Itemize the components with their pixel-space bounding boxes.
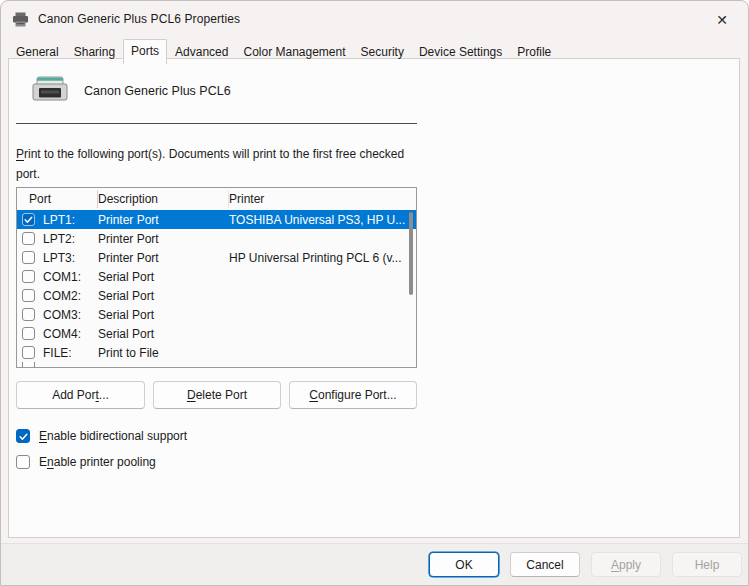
title-bar: Canon Generic Plus PCL6 Properties ✕ [1,1,748,37]
port-checkbox[interactable] [22,346,35,359]
separator-line [16,123,417,124]
checkbox-label: Enable bidirectional support [39,429,187,443]
port-list: Port Description Printer LPT1: Printer P… [16,187,417,368]
port-list-header: Port Description Printer [17,188,416,210]
description-cell: Serial Port [98,270,229,284]
printer-cell: TOSHIBA Universal PS3, HP U... [229,213,416,227]
tab-device-settings[interactable]: Device Settings [412,41,509,63]
column-header-description: Description [98,190,229,208]
port-row[interactable]: COM1: Serial Port [17,267,416,286]
tab-profile[interactable]: Profile [510,41,558,63]
port-row[interactable]: LPT2: Printer Port [17,229,416,248]
description-cell: Printer Port [98,213,229,227]
port-row[interactable]: FILE: Print to File [17,343,416,362]
port-checkbox[interactable] [22,270,35,283]
port-cell: LPT1: [43,213,75,227]
port-cell: COM4: [43,327,81,341]
tab-general[interactable]: General [9,41,66,63]
enable-printer-pooling-checkbox[interactable]: Enable printer pooling [16,455,156,469]
ports-tab-page: Canon Generic Plus PCL6 Print to the fol… [8,58,740,538]
column-header-printer: Printer [229,190,416,208]
port-cell: COM3: [43,308,81,322]
tab-ports[interactable]: Ports [123,39,167,64]
port-checkbox[interactable] [22,308,35,321]
window-title: Canon Generic Plus PCL6 Properties [38,12,240,26]
port-row[interactable]: LPT1: Printer Port TOSHIBA Universal PS3… [17,210,416,229]
help-button: Help [672,552,742,577]
port-checkbox[interactable] [22,232,35,245]
tab-color-management[interactable]: Color Management [236,41,352,63]
description-cell: Serial Port [98,308,229,322]
port-checkbox[interactable] [22,362,35,368]
tab-sharing[interactable]: Sharing [67,41,122,63]
scrollbar-thumb[interactable] [409,212,413,295]
checkbox-icon [16,455,30,469]
printer-name: Canon Generic Plus PCL6 [84,84,231,98]
configure-port-button[interactable]: Configure Port... [289,381,417,409]
description-cell: Printer Port [98,251,229,265]
port-cell: FILE: [43,346,72,360]
port-row[interactable]: COM3: Serial Port [17,305,416,324]
description-cell: Serial Port [98,289,229,303]
printer-properties-dialog: Canon Generic Plus PCL6 Properties ✕ Gen… [0,0,749,586]
ports-instruction: Print to the following port(s). Document… [16,144,408,184]
port-cell: LPT3: [43,251,75,265]
description-cell: Serial Port [98,327,229,341]
close-icon: ✕ [716,12,728,28]
port-checkbox[interactable] [22,289,35,302]
apply-button: Apply [591,552,661,577]
port-cell: COM2: [43,289,81,303]
port-checkbox[interactable] [22,327,35,340]
close-button[interactable]: ✕ [708,9,736,31]
port-row-partial[interactable] [17,362,416,368]
checkbox-label: Enable printer pooling [39,455,156,469]
footer-bar: OK Cancel Apply Help [1,543,748,585]
port-checkbox[interactable] [22,251,35,264]
printer-icon [12,12,29,27]
column-header-port: Port [17,190,98,208]
tab-security[interactable]: Security [354,41,411,63]
port-row[interactable]: COM4: Serial Port [17,324,416,343]
port-cell: LPT2: [43,232,75,246]
description-cell: Printer Port [98,232,229,246]
printer-device-icon [31,76,69,106]
checkbox-icon [16,429,30,443]
port-row[interactable]: LPT3: Printer Port HP Universal Printing… [17,248,416,267]
port-list-body: LPT1: Printer Port TOSHIBA Universal PS3… [17,210,416,368]
port-checkbox[interactable] [22,213,35,226]
add-port-button[interactable]: Add Port... [16,381,145,409]
enable-bidirectional-checkbox[interactable]: Enable bidirectional support [16,429,187,443]
printer-cell: HP Universal Printing PCL 6 (v... [229,251,416,265]
printer-header: Canon Generic Plus PCL6 [16,71,231,111]
tab-bar: GeneralSharingPortsAdvancedColor Managem… [9,39,559,63]
tab-advanced[interactable]: Advanced [168,41,235,63]
description-cell: Print to File [98,346,229,360]
port-row[interactable]: COM2: Serial Port [17,286,416,305]
port-cell: COM1: [43,270,81,284]
delete-port-button[interactable]: Delete Port [153,381,281,409]
cancel-button[interactable]: Cancel [510,552,580,577]
ok-button[interactable]: OK [429,552,499,577]
